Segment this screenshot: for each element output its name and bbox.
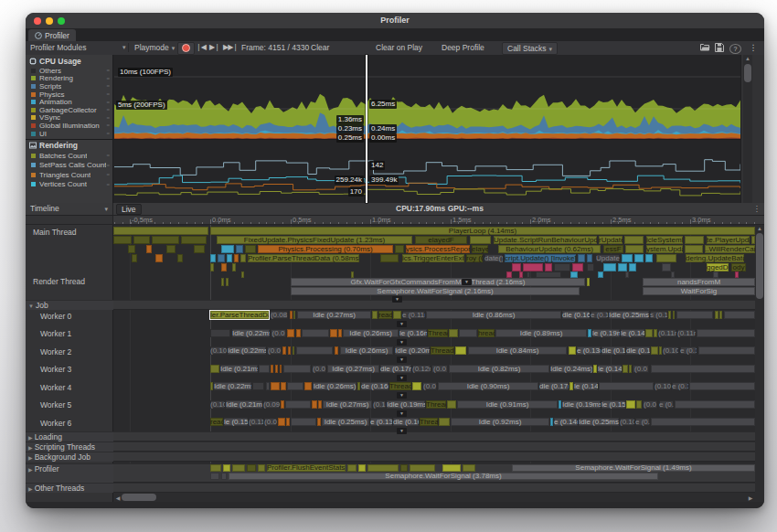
timeline-bar[interactable] [304,382,312,390]
timeline-bar[interactable]: dle (0.17ms) [380,365,411,373]
timeline-bar[interactable]: Idle (0.21ms) [220,365,258,373]
timeline-bar[interactable] [252,382,264,390]
timeline-bar[interactable] [234,254,239,262]
timeline-bar[interactable]: Physics.Processing (0.70ms) [258,245,393,253]
timeline-bar[interactable]: (0.0 [271,329,286,337]
timeline-bar[interactable]: Profiler.ParseThreadData (0.58ms) [248,254,359,262]
collapse-arrow-icon[interactable]: ▼ [28,303,34,309]
timeline-bar[interactable] [227,254,232,262]
timeline-bar[interactable] [330,329,337,337]
timeline-bar[interactable]: BehaviourUpdate (0.62ms) [498,245,601,253]
timeline-bar[interactable] [719,311,722,319]
sidebar-item-job[interactable]: ▼Job [26,300,113,310]
timeline-bar[interactable] [287,329,294,337]
time-ruler[interactable]: -0.5ms0.0ms0.5ms1.0ms1.5ms2.0ms2.5ms3.0m… [113,216,755,224]
timeline-bar[interactable] [439,418,450,426]
timeline-bar[interactable]: Semaphore.WaitForSignal (1.49ms) [512,464,755,472]
timeline-bar[interactable] [715,311,718,319]
timeline-bar[interactable]: cript.Update() [Invoke] (0. [505,254,576,262]
timeline-bar[interactable] [288,346,291,355]
timeline-bar[interactable] [559,400,561,409]
timeline-bar[interactable] [286,418,290,426]
legend-item-ui[interactable]: UI= [26,130,112,138]
timeline-bar[interactable]: ysics.ProcessReports (0.40 [406,245,470,253]
timeline-bar[interactable]: dle (0.16ms [562,311,590,319]
timeline-bar[interactable] [685,245,703,253]
timeline-bar[interactable] [335,346,338,355]
timeline-bar[interactable] [291,418,316,426]
timeline-bar[interactable]: PlayerLoop (4.14ms) [210,227,755,235]
timeline-bar[interactable] [132,254,137,262]
timeline-bar[interactable] [689,382,755,390]
timeline-bar[interactable]: (0.0 [264,418,277,426]
drag-handle-icon[interactable]: = [106,182,110,187]
timeline-bar[interactable] [523,263,543,271]
timeline-bar[interactable] [459,329,477,337]
timeline-bar[interactable] [152,236,179,244]
timeline-bar[interactable] [588,329,591,337]
timeline-bar[interactable]: Idle (0.25ms) [322,418,369,426]
timeline-bar[interactable] [713,271,718,278]
legend-item-setpass-calls-count[interactable]: SetPass Calls Count= [26,161,112,171]
cpu-usage-module-header[interactable]: CPU Usage [26,55,112,67]
timeline-bar[interactable]: ggedDie [707,263,729,271]
timeline-bar[interactable] [724,311,755,319]
row-collapse-handle[interactable]: ▼ [397,392,407,399]
timeline-scrollbar-thumb[interactable] [756,233,763,299]
timeline-bar[interactable]: Gfx.WaitForGfxCommandsFromMainThread (2.… [291,278,585,286]
timeline-bar[interactable] [410,464,435,472]
timeline-bar[interactable] [651,418,755,426]
timeline-bar[interactable] [181,236,207,244]
timeline-bar[interactable] [598,271,603,278]
timeline-bar[interactable]: le (0.19ms) [592,329,620,337]
drag-handle-icon[interactable]: = [106,122,110,128]
timeline-bar[interactable] [223,464,230,472]
timeline-bar[interactable] [570,271,578,278]
legend-item-physics[interactable]: Physics= [26,90,112,99]
drag-handle-icon[interactable]: = [106,131,110,136]
timeline-bar[interactable]: (0.0 [633,365,649,373]
timeline-bar[interactable]: nandsFromM [643,278,755,286]
timeline-bar[interactable] [449,329,458,337]
timeline-bar[interactable]: ody [731,263,746,271]
timeline-bar[interactable]: s (0.10r [650,311,667,319]
timeline-bar[interactable] [572,263,583,271]
timeline-bar[interactable] [281,382,286,390]
timeline-bar[interactable] [569,382,573,390]
timeline-bar[interactable] [623,365,628,373]
timeline-bar[interactable]: dle (0.16ms [393,418,419,426]
timeline-bar[interactable] [155,254,163,262]
timeline-bar[interactable] [656,254,676,262]
timeline-bar[interactable]: le (0.15m [601,400,625,409]
timeline-bar[interactable] [275,365,278,373]
timeline-view-dropdown[interactable]: Timeline▾ [26,203,113,215]
timeline-bar[interactable]: Idle (0.26ms) [340,346,393,355]
timeline-bar[interactable]: (0.11n [677,329,696,337]
rendering-chart[interactable]: 142259.24k399.49k170 [114,139,740,203]
timeline-bar[interactable]: Thread [426,400,446,409]
timeline-bar[interactable]: Idle (0.22ms) [214,382,251,390]
timeline-bar[interactable] [317,418,321,426]
timeline-bar[interactable] [447,400,456,409]
timeline-bar[interactable] [536,271,561,278]
timeline-bar[interactable]: Idle (0.24ms) [550,365,592,373]
timeline-bar[interactable] [210,365,219,373]
help-button[interactable]: ? [729,44,741,54]
sidebar-item-loading[interactable]: ▶Loading [26,431,113,442]
tab-profiler[interactable]: Profiler [28,29,76,41]
timeline-bar[interactable] [645,254,653,262]
timeline-bar[interactable]: Idle (0.82ms) [449,365,549,373]
sidebar-item-worker-0[interactable]: Worker 0 [26,312,128,322]
timeline-bar[interactable]: Idle (0.25ms) [579,418,619,426]
timeline-bar[interactable]: le (0.16ms [399,329,427,337]
timeline-bar[interactable] [629,365,632,373]
timeline-bar[interactable]: (0.0 [643,400,657,409]
timeline-bar[interactable]: Idle (0.27ms) [323,400,372,409]
timeline-bar[interactable] [651,346,658,355]
timeline-bar[interactable] [221,263,227,271]
timeline-bar[interactable] [177,254,183,262]
thread-group-band[interactable] [26,442,755,452]
timeline-bar[interactable]: Idle (0.21ms) [226,400,262,409]
timeline-bar[interactable] [236,245,243,253]
timeline-bar[interactable] [194,245,205,253]
